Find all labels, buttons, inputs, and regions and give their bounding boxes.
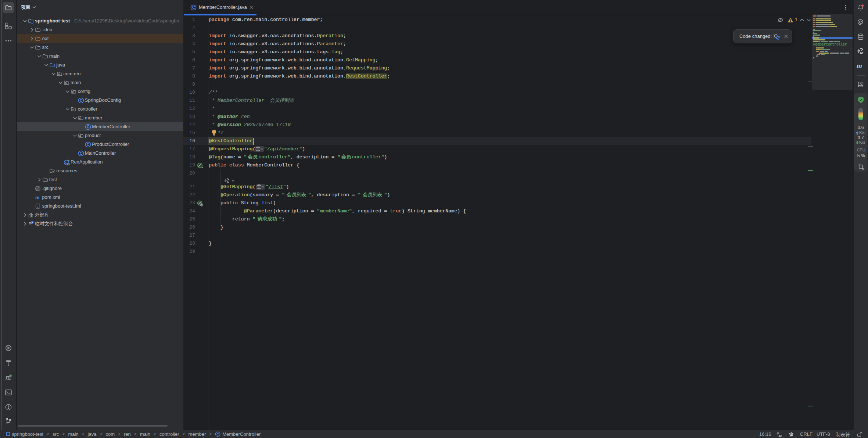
svg-text:C: C bbox=[80, 98, 83, 103]
svg-text:C: C bbox=[87, 142, 90, 147]
svg-text:C: C bbox=[192, 5, 195, 10]
svg-text:C: C bbox=[217, 432, 219, 436]
svg-text:C: C bbox=[87, 125, 90, 129]
svg-text:m: m bbox=[35, 194, 40, 200]
svg-text:C: C bbox=[80, 151, 83, 155]
svg-text:A: A bbox=[860, 82, 862, 86]
